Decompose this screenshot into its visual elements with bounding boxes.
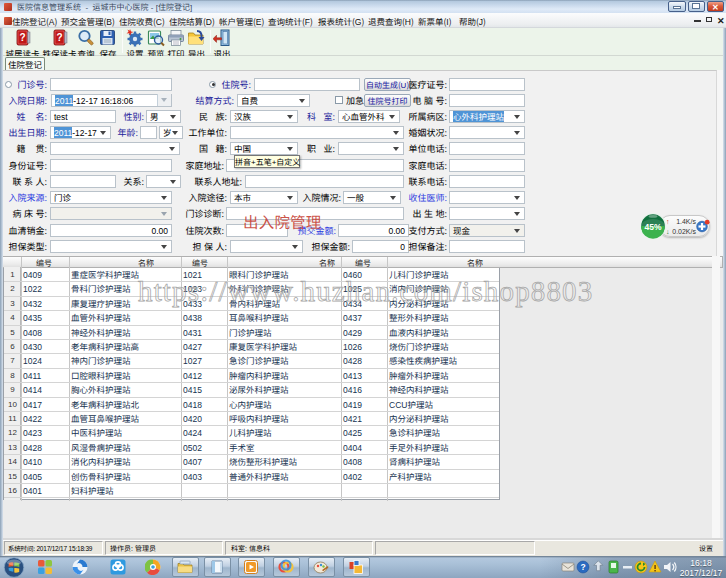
svg-text:?: ? <box>56 32 62 43</box>
svg-text:?: ? <box>580 562 585 572</box>
svg-text:?: ? <box>19 32 25 43</box>
svg-text:45%: 45% <box>644 222 661 232</box>
